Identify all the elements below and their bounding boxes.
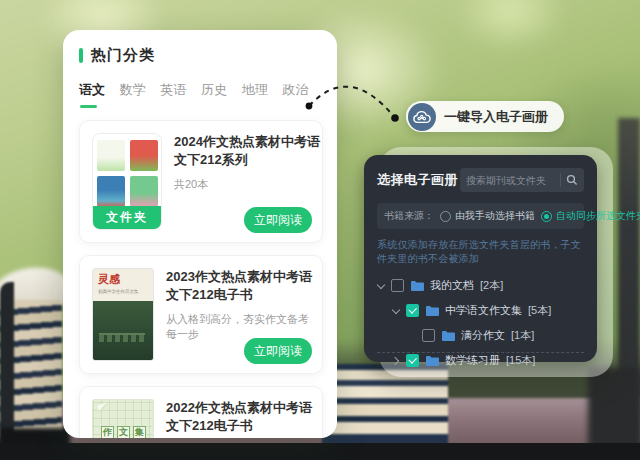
panel-header: 热门分类 xyxy=(79,46,323,65)
checkbox-checked[interactable] xyxy=(406,304,419,317)
chevron-right-icon[interactable] xyxy=(392,357,400,365)
import-button-label: 一键导入电子画册 xyxy=(444,108,548,126)
checkbox-unchecked[interactable] xyxy=(422,329,435,342)
folder-icon xyxy=(425,305,439,316)
mini-cover xyxy=(97,140,125,171)
folder-tree: 我的文档 [2本] 中学语文作文集 [5本] 满分作文 [1本] xyxy=(377,273,584,373)
tab-math[interactable]: 数学 xyxy=(120,81,161,108)
dialog-note: 系统仅添加存放在所选文件夹首层的书，子文件夹里的书不会被添加 xyxy=(377,238,584,266)
checkbox-checked[interactable] xyxy=(406,354,419,367)
book-title: 2024作文热点素材中考语文下212系列 xyxy=(174,133,326,169)
folder-icon xyxy=(410,280,424,291)
tab-history[interactable]: 历史 xyxy=(201,81,242,108)
checkbox-unchecked[interactable] xyxy=(391,279,404,292)
cover-title-text: 灵感 xyxy=(98,272,149,287)
book-source-strip: 书籍来源： 由我手动选择书籍 自动同步所选文件夹内的书 xyxy=(377,203,584,229)
folder-icon xyxy=(441,330,455,341)
book-count: 共20本 xyxy=(174,177,326,192)
mini-cover xyxy=(97,176,125,207)
cover-char: 集 xyxy=(133,426,146,438)
cover-char: 文 xyxy=(117,426,130,438)
book-card-2022[interactable]: 作 文 集 2022作文热点素材中考语文下212电子书 从入格到高分，夯实作文备… xyxy=(79,386,323,438)
radio-auto-sync[interactable]: 自动同步所选文件夹内的书 xyxy=(541,209,640,223)
search-box[interactable] xyxy=(460,168,584,192)
folder-icon xyxy=(425,355,439,366)
book-card-2023[interactable]: 灵感 初高中学生作品文集 2023作文热点素材中考语文下212电子书 从入格到高… xyxy=(79,255,323,374)
radio-manual-select[interactable]: 由我手动选择书籍 xyxy=(440,209,535,223)
search-icon[interactable] xyxy=(566,174,578,186)
read-now-button[interactable]: 立即阅读 xyxy=(244,338,312,364)
book-title: 2022作文热点素材中考语文下212电子书 xyxy=(166,399,318,435)
cover-subtitle-text: 初高中学生作品文集 xyxy=(98,289,149,294)
tab-geography[interactable]: 地理 xyxy=(242,81,283,108)
book-cover-thumbnail: 灵感 初高中学生作品文集 xyxy=(92,268,154,361)
tab-english[interactable]: 英语 xyxy=(160,81,201,108)
mini-cover xyxy=(130,176,158,207)
chevron-down-icon[interactable] xyxy=(392,307,400,315)
radio-off-icon xyxy=(440,211,451,222)
folder-cover-thumbnail: 文件夹 xyxy=(92,133,162,230)
book-title: 2023作文热点素材中考语文下212电子书 xyxy=(166,268,318,304)
select-ealbum-dialog: 选择电子画册 书籍来源： 由我手动选择书籍 自动同步所选文件夹内的书 系统仅添加… xyxy=(364,155,597,362)
hot-categories-panel: 热门分类 语文 数学 英语 历史 地理 政治 文件夹 2024作文热点素材中考语… xyxy=(63,30,337,438)
book-cover-thumbnail: 作 文 集 xyxy=(92,399,154,438)
radio-on-icon xyxy=(541,211,552,222)
chevron-down-icon[interactable] xyxy=(377,282,385,290)
cloud-sync-icon xyxy=(408,103,436,131)
accent-bar xyxy=(79,48,83,63)
tab-politics[interactable]: 政治 xyxy=(282,81,323,108)
category-tabs: 语文 数学 英语 历史 地理 政治 xyxy=(79,81,323,108)
source-label: 书籍来源： xyxy=(384,209,434,223)
cover-char: 作 xyxy=(101,426,114,438)
paper-plane-icon xyxy=(97,403,108,412)
folder-badge: 文件夹 xyxy=(93,206,161,229)
book-card-2024[interactable]: 文件夹 2024作文热点素材中考语文下212系列 共20本 立即阅读 xyxy=(79,120,323,243)
read-now-button[interactable]: 立即阅读 xyxy=(244,207,312,233)
mini-cover xyxy=(130,140,158,171)
import-ebook-button[interactable]: 一键导入电子画册 xyxy=(406,101,564,132)
dashed-divider xyxy=(377,352,584,353)
divider xyxy=(560,173,561,187)
search-input[interactable] xyxy=(466,175,555,186)
dialog-title: 选择电子画册 xyxy=(377,171,458,189)
page-title: 热门分类 xyxy=(91,46,155,65)
tab-chinese[interactable]: 语文 xyxy=(79,81,120,108)
tree-row-perfect-essays[interactable]: 满分作文 [1本] xyxy=(377,323,584,348)
tree-row-my-documents[interactable]: 我的文档 [2本] xyxy=(377,273,584,298)
tree-row-chinese-essays[interactable]: 中学语文作文集 [5本] xyxy=(377,298,584,323)
